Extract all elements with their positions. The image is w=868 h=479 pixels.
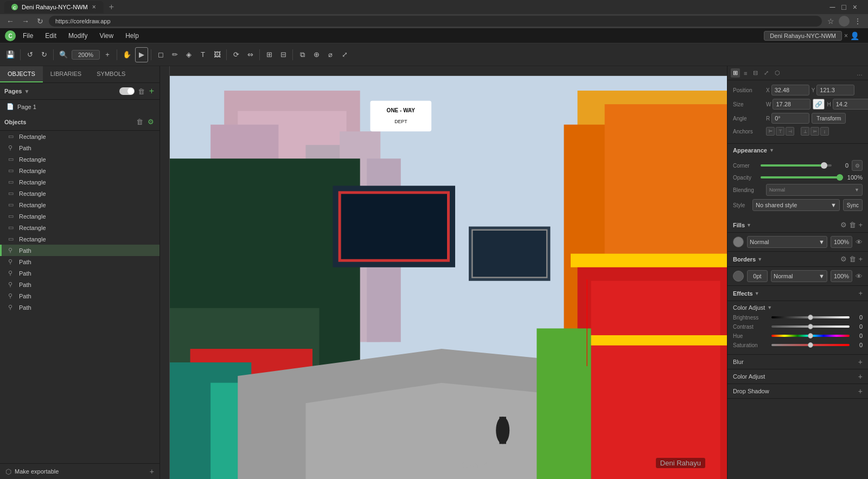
toggle-switch[interactable] (119, 85, 135, 97)
save-button[interactable]: 💾 (3, 47, 17, 62)
angle-input[interactable] (771, 113, 809, 124)
list-item[interactable]: ⚲ Path (0, 279, 159, 290)
bookmark-button[interactable]: ☆ (825, 16, 837, 27)
h-input[interactable] (833, 99, 868, 110)
appearance-header[interactable]: Appearance ▼ (727, 144, 868, 157)
borders-settings-button[interactable]: ⚙ (840, 255, 847, 263)
borders-add-button[interactable]: + (858, 255, 863, 263)
image-tool-button[interactable]: 🖼 (210, 47, 224, 62)
align-button[interactable]: ⊞ (263, 47, 276, 62)
blending-dropdown[interactable]: Normal ▼ (766, 184, 863, 196)
list-item[interactable]: ▭ Rectangle (0, 210, 159, 222)
close-doc-button[interactable]: × (844, 32, 848, 40)
canvas-area[interactable]: ONE - WAY DEPT 050517 Deni Rahayu (160, 66, 727, 479)
borders-delete-button[interactable]: 🗑 (849, 255, 856, 263)
list-item[interactable]: ⚲ Path (0, 290, 159, 302)
corner-slider[interactable] (761, 164, 832, 167)
list-item[interactable]: ▭ Rectangle (0, 222, 159, 233)
boolean-button[interactable]: ⊕ (310, 47, 323, 62)
list-item[interactable]: ▭ Rectangle (0, 188, 159, 199)
make-exportable-icon[interactable]: ⬡ (5, 468, 11, 476)
tab-close-button[interactable]: × (91, 3, 97, 11)
more-view-button[interactable]: … (854, 69, 865, 78)
border-color-swatch[interactable] (733, 271, 744, 282)
corner-settings-button[interactable]: ⚙ (852, 160, 863, 171)
color-adjust-2-add-button[interactable]: + (858, 372, 863, 381)
export-view-button[interactable]: ⬡ (773, 68, 782, 78)
list-item[interactable]: ▭ Rectangle (0, 199, 159, 210)
list-item[interactable]: ⚲ Path (0, 142, 159, 154)
align-view-button[interactable]: ⊟ (751, 68, 760, 78)
sync-button[interactable]: Sync (843, 199, 863, 211)
page-item-1[interactable]: 📄 Page 1 (0, 100, 159, 113)
toggle-track[interactable] (119, 87, 135, 95)
forward-button[interactable]: → (20, 16, 31, 27)
anchor-tr[interactable]: ⊣ (786, 127, 794, 136)
rotate-button[interactable]: ⟳ (229, 47, 242, 62)
pages-delete-button[interactable]: 🗑 (137, 85, 146, 97)
list-item[interactable]: ▭ Rectangle (0, 131, 159, 142)
doc-title-badge[interactable]: Deni Rahayu-NYC-NWM (764, 31, 842, 41)
menu-file[interactable]: File (17, 30, 39, 41)
browser-tab-active[interactable]: C Deni Rahayu-NYC-NWM × (4, 1, 104, 13)
tab-libraries[interactable]: LIBRARIES (43, 66, 89, 82)
w-input[interactable] (773, 99, 810, 110)
y-input[interactable] (816, 85, 854, 95)
list-item[interactable]: ⚲ Path (0, 302, 159, 313)
zoom-in-button[interactable]: + (101, 47, 114, 62)
anchor-bl[interactable]: ⊥ (801, 127, 809, 136)
profile-button[interactable] (839, 16, 850, 27)
tab-objects[interactable]: OBJECTS (0, 66, 43, 82)
fill-visibility-button[interactable]: 👁 (856, 238, 863, 246)
contrast-slider[interactable] (771, 325, 850, 328)
make-exportable[interactable]: ⬡ Make exportable + (0, 463, 159, 479)
add-export-button[interactable]: + (150, 467, 154, 476)
node-tool-button[interactable]: ◈ (182, 47, 195, 62)
fill-mode-dropdown[interactable]: Normal ▼ (747, 236, 827, 248)
group-button[interactable]: ⧉ (296, 47, 309, 62)
pages-add-button[interactable]: + (148, 85, 155, 97)
fills-settings-button[interactable]: ⚙ (840, 221, 847, 229)
menu-modify[interactable]: Modify (63, 30, 93, 41)
opacity-slider[interactable] (761, 176, 843, 178)
flip-h-button[interactable]: ⇔ (244, 47, 257, 62)
minimize-button[interactable]: ─ (827, 2, 837, 12)
transform-button[interactable]: Transform (812, 113, 846, 124)
refresh-button[interactable]: ↻ (35, 16, 46, 27)
border-mode-dropdown[interactable]: Normal ▼ (771, 270, 827, 282)
menu-button[interactable]: ⋮ (852, 16, 864, 27)
undo-button[interactable]: ↺ (23, 47, 36, 62)
size-link-button[interactable]: 🔗 (813, 99, 825, 110)
anchor-tc[interactable]: ⊤ (776, 127, 784, 136)
effects-add-button[interactable]: + (858, 289, 863, 297)
list-item[interactable]: ▭ Rectangle (0, 154, 159, 165)
pan-button[interactable]: ✋ (120, 47, 134, 62)
url-bar[interactable] (49, 16, 822, 27)
shape-tool-button[interactable]: ◻ (154, 47, 167, 62)
grid-view-button[interactable]: ≡ (742, 69, 749, 78)
redo-button[interactable]: ↻ (37, 47, 50, 62)
menu-help[interactable]: Help (120, 30, 144, 41)
list-item[interactable]: ▭ Rectangle (0, 165, 159, 176)
saturation-slider[interactable] (771, 344, 850, 346)
select-button[interactable]: ▶ (135, 47, 148, 62)
style-dropdown[interactable]: No shared style ▼ (752, 199, 840, 211)
list-item-selected[interactable]: ⚲ Path (0, 245, 159, 256)
close-window-button[interactable]: × (851, 2, 859, 12)
color-adjust-header[interactable]: Color Adjust ▼ (733, 304, 863, 311)
drop-shadow-add-button[interactable]: + (858, 387, 863, 395)
fill-color-swatch[interactable] (733, 237, 744, 247)
brightness-slider[interactable] (771, 316, 850, 318)
objects-delete-button[interactable]: 🗑 (135, 117, 144, 127)
new-tab-button[interactable]: + (106, 2, 117, 12)
menu-view[interactable]: View (94, 30, 119, 41)
anchor-tl[interactable]: ⊢ (766, 127, 775, 136)
tab-symbols[interactable]: SYMBOLS (89, 66, 133, 82)
hue-slider[interactable] (771, 335, 850, 337)
profile-icon-button[interactable]: 👤 (850, 31, 859, 40)
anchor-bc[interactable]: ⊨ (810, 127, 819, 136)
anchor-br[interactable]: ↨ (820, 127, 829, 136)
properties-view-button[interactable]: ⊞ (731, 68, 740, 78)
fills-add-button[interactable]: + (858, 221, 863, 229)
blur-add-button[interactable]: + (858, 357, 863, 366)
